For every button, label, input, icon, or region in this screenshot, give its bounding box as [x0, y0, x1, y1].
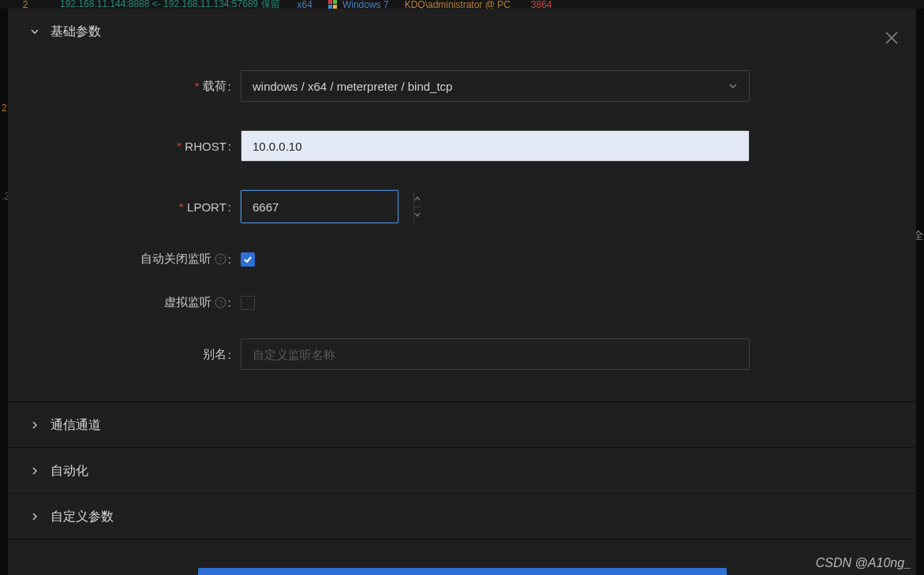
virtual-checkbox[interactable]	[241, 296, 255, 310]
panel-channel-header[interactable]: 通信通道	[8, 402, 916, 448]
alias-input[interactable]	[241, 338, 750, 370]
svg-text:?: ?	[219, 256, 223, 263]
help-icon[interactable]: ?	[215, 253, 226, 265]
panel-custom-header[interactable]: 自定义参数	[8, 494, 916, 540]
row-virtual: 虚拟监听 ? :	[39, 295, 885, 310]
label-lport: *LPORT:	[39, 200, 241, 214]
row-payload: *载荷: windows / x64 / meterpreter / bind_…	[39, 70, 885, 102]
lport-down-button[interactable]	[414, 207, 421, 223]
session-index: 2	[9, 0, 41, 9]
row-autoclose: 自动关闭监听 ? :	[39, 252, 885, 267]
autoclose-checkbox[interactable]	[241, 252, 255, 267]
check-icon	[243, 255, 253, 264]
label-payload: *载荷:	[39, 79, 241, 94]
payload-value: windows / x64 / meterpreter / bind_tcp	[253, 80, 452, 93]
row-rhost: *RHOST:	[39, 130, 885, 162]
label-virtual: 虚拟监听 ? :	[39, 295, 241, 310]
panel-basic-body: *载荷: windows / x64 / meterpreter / bind_…	[8, 54, 916, 401]
close-icon	[885, 31, 899, 45]
lport-stepper	[241, 190, 398, 223]
windows-icon	[328, 0, 338, 9]
panel-auto: 自动化	[8, 448, 916, 494]
row-lport: *LPORT:	[39, 190, 885, 223]
svg-rect-3	[333, 5, 337, 9]
session-os: Windows 7	[328, 0, 389, 9]
svg-rect-2	[328, 5, 332, 9]
row-alias: 别名:	[39, 338, 885, 370]
chevron-right-icon	[30, 420, 39, 430]
submit-bar	[8, 568, 916, 575]
session-row: 2 192.168.11.144:8888 <- 192.168.11.134:…	[0, 0, 924, 9]
chevron-right-icon	[30, 466, 39, 476]
panel-channel: 通信通道	[8, 402, 916, 448]
chevron-down-icon	[728, 81, 738, 91]
lport-up-button[interactable]	[414, 191, 421, 207]
panel-custom: 自定义参数	[8, 494, 916, 540]
close-button[interactable]	[885, 29, 899, 50]
svg-rect-1	[333, 0, 337, 4]
label-alias: 别名:	[39, 347, 241, 362]
panel-auto-title: 自动化	[51, 463, 88, 480]
session-connection: 192.168.11.144:8888 <- 192.168.11.134:57…	[55, 0, 285, 9]
panel-auto-header[interactable]: 自动化	[8, 448, 916, 494]
rhost-input[interactable]	[241, 130, 750, 162]
chevron-up-icon	[414, 196, 421, 201]
panel-basic-header[interactable]: 基础参数	[8, 9, 916, 54]
panel-basic-title: 基础参数	[51, 24, 101, 40]
listener-modal: 基础参数 *载荷: windows / x64 / meterpreter / …	[8, 9, 916, 575]
session-arch: x64	[293, 0, 317, 9]
svg-text:?: ?	[219, 299, 223, 307]
watermark: CSDN @A10ng_	[816, 556, 911, 570]
panel-channel-title: 通信通道	[51, 417, 101, 434]
chevron-right-icon	[30, 512, 39, 521]
chevron-down-icon	[414, 212, 421, 217]
submit-button[interactable]	[198, 568, 727, 575]
session-user: KDQ\administrator @ PC	[400, 0, 515, 9]
label-rhost: *RHOST:	[39, 140, 241, 153]
panel-basic: 基础参数 *载荷: windows / x64 / meterpreter / …	[8, 9, 916, 402]
svg-rect-0	[328, 0, 332, 4]
chevron-down-icon	[30, 27, 39, 36]
panel-custom-title: 自定义参数	[51, 509, 114, 525]
payload-select[interactable]: windows / x64 / meterpreter / bind_tcp	[241, 70, 750, 102]
help-icon[interactable]: ?	[215, 297, 226, 308]
label-autoclose: 自动关闭监听 ? :	[39, 252, 241, 267]
session-pid: 3864	[526, 0, 557, 9]
lport-input[interactable]	[241, 191, 413, 222]
